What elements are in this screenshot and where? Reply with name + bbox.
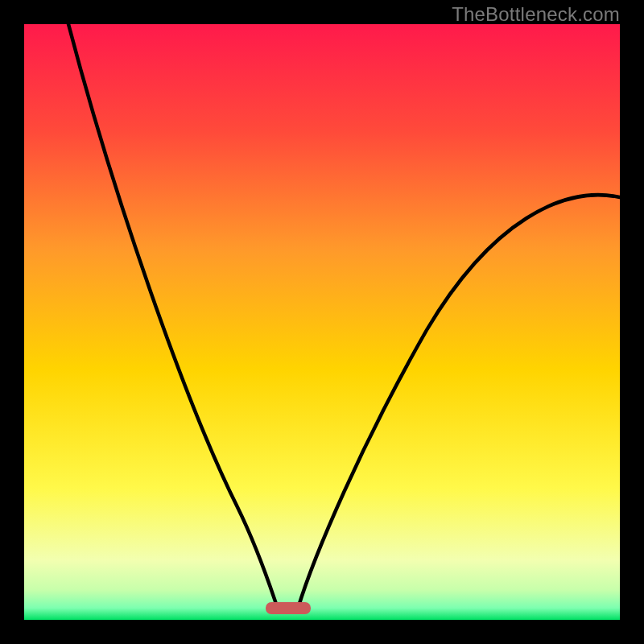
gradient-background: [24, 24, 620, 620]
plot-area: [24, 24, 620, 620]
outer-frame: TheBottleneck.com: [0, 0, 644, 644]
valley-marker: [266, 602, 311, 614]
watermark-text: TheBottleneck.com: [452, 3, 620, 26]
chart-svg: [24, 24, 620, 620]
